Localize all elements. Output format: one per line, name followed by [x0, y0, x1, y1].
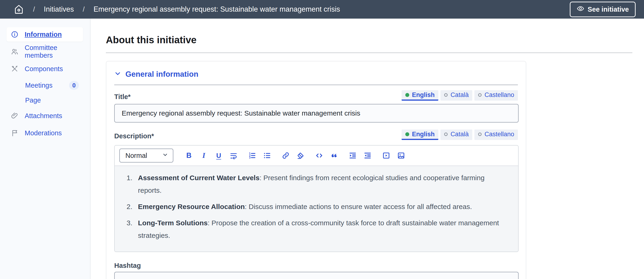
paragraph-style-select[interactable]: Normal: [119, 149, 173, 163]
toolbar-group-blocks: [314, 150, 340, 161]
lang-tab-catala[interactable]: Català: [440, 129, 472, 140]
list-item-text: : Discuss immediate actions to ensure wa…: [245, 203, 472, 210]
hashtag-label: Hashtag: [114, 262, 518, 270]
editor-content-area[interactable]: 1. Assessment of Current Water Levels: P…: [115, 166, 518, 252]
list-item-bold-text: Long-Term Solutions: [138, 219, 208, 227]
information-icon: [11, 30, 18, 38]
breadcrumb-initiatives-link[interactable]: Initiatives: [44, 5, 74, 13]
committee-members-icon: [11, 48, 18, 55]
breadcrumb-separator: /: [83, 5, 85, 13]
list-item-number: 2.: [115, 200, 132, 213]
description-label: Description*: [114, 132, 154, 140]
unordered-list-icon[interactable]: [262, 150, 272, 161]
sidebar-item-label: Components: [25, 65, 63, 73]
ordered-list-icon[interactable]: 1 2 3: [247, 150, 258, 161]
title-field-row: Title* English Català Castellano: [114, 90, 518, 101]
eye-icon: [576, 5, 584, 14]
see-initiative-label: See initiative: [588, 5, 629, 13]
lang-tab-label: English: [412, 91, 435, 99]
link-icon[interactable]: [280, 150, 291, 161]
list-item: 1. Assessment of Current Water Levels: P…: [115, 172, 509, 197]
list-item-number: 3.: [115, 217, 132, 242]
description-rich-text-editor: Normal B I U: [114, 145, 518, 252]
underline-icon[interactable]: U: [213, 150, 224, 161]
text-wrap-icon[interactable]: [228, 150, 239, 161]
blockquote-icon[interactable]: [329, 150, 340, 161]
sidebar-item-label: Moderations: [25, 129, 62, 137]
hashtag-input[interactable]: [114, 272, 518, 279]
heading-divider: [106, 52, 632, 53]
sidebar-item-page[interactable]: Page: [6, 94, 83, 107]
image-icon[interactable]: [396, 150, 406, 161]
sidebar-item-moderations[interactable]: Moderations: [6, 126, 83, 140]
sidebar-item-label: Page: [25, 96, 41, 104]
description-language-tabs: English Català Castellano: [402, 129, 518, 140]
sidebar-item-information[interactable]: Information: [6, 27, 83, 42]
list-item: 2. Emergency Resource Allocation: Discus…: [115, 200, 509, 213]
breadcrumb-separator: /: [33, 5, 35, 13]
page-title: About this initiative: [106, 35, 632, 45]
toolbar-group-text-style: B I U: [184, 150, 239, 161]
lang-tab-english[interactable]: English: [402, 90, 438, 101]
sidebar-item-components[interactable]: Components: [6, 62, 83, 76]
general-information-card: General information Title* English Catal…: [106, 61, 526, 279]
sidebar-item-label: Committee members: [25, 44, 79, 59]
indent-decrease-icon[interactable]: [362, 150, 373, 161]
list-item-number: 1.: [115, 172, 132, 197]
list-item: 3. Long-Term Solutions: Propose the crea…: [115, 217, 509, 242]
sidebar: Information Committee members Components: [0, 18, 90, 279]
lang-tab-english[interactable]: English: [402, 129, 438, 140]
paragraph-style-value: Normal: [126, 152, 147, 160]
lang-tab-label: Castellano: [484, 91, 514, 99]
main-content: About this initiative General informatio…: [90, 18, 644, 279]
attachment-icon: [11, 112, 18, 120]
indent-increase-icon[interactable]: [347, 150, 358, 161]
toolbar-group-indent: [347, 150, 373, 161]
sidebar-item-label: Attachments: [25, 112, 62, 120]
lang-tab-label: Castellano: [484, 131, 514, 138]
title-label: Title*: [114, 93, 130, 101]
lang-tab-label: English: [412, 131, 435, 138]
lang-tab-castellano[interactable]: Castellano: [474, 90, 518, 101]
editor-toolbar: Normal B I U: [115, 146, 518, 166]
chevron-down-icon: [114, 70, 121, 78]
toolbar-group-link: [280, 150, 306, 161]
filled-language-dot-icon: [405, 93, 409, 97]
empty-language-circle-icon: [478, 133, 482, 136]
sidebar-item-label: Information: [25, 31, 62, 38]
empty-language-circle-icon: [444, 93, 448, 97]
sidebar-item-attachments[interactable]: Attachments: [6, 109, 83, 123]
svg-text:3: 3: [249, 156, 250, 159]
toolbar-group-media: [381, 150, 406, 161]
bold-icon[interactable]: B: [184, 150, 194, 161]
lang-tab-castellano[interactable]: Castellano: [474, 129, 518, 140]
sidebar-item-committee-members[interactable]: Committee members: [6, 44, 83, 59]
home-gear-icon[interactable]: [14, 4, 24, 15]
list-item-bold-text: Emergency Resource Allocation: [138, 203, 245, 210]
lang-tab-label: Català: [450, 131, 468, 138]
see-initiative-button[interactable]: See initiative: [570, 2, 636, 17]
chevron-down-icon: [162, 152, 168, 160]
empty-language-circle-icon: [444, 133, 448, 136]
lang-tab-catala[interactable]: Català: [440, 90, 472, 101]
italic-icon[interactable]: I: [198, 150, 209, 161]
admin-topbar: / Initiatives / Emergency regional assem…: [0, 0, 644, 18]
breadcrumb-current-page[interactable]: Emergency regional assembly request: Sus…: [94, 5, 340, 13]
sidebar-item-label: Meetings: [25, 82, 52, 89]
filled-language-dot-icon: [405, 132, 409, 136]
section-divider: [114, 85, 518, 85]
lang-tab-label: Català: [450, 91, 468, 99]
empty-language-circle-icon: [478, 93, 482, 97]
list-item-bold-text: Assessment of Current Water Levels: [138, 174, 260, 182]
clear-format-eraser-icon[interactable]: [295, 150, 306, 161]
moderation-flag-icon: [11, 129, 18, 137]
description-field-row: Description* English Català Castellano: [114, 129, 518, 140]
title-input[interactable]: [114, 104, 518, 123]
meetings-count-badge: 0: [69, 81, 79, 90]
video-embed-icon[interactable]: [381, 150, 392, 161]
general-information-toggle[interactable]: General information: [114, 69, 518, 79]
sidebar-item-meetings[interactable]: Meetings 0: [6, 79, 83, 92]
code-icon[interactable]: [314, 150, 324, 161]
title-language-tabs: English Català Castellano: [402, 90, 518, 101]
toolbar-group-lists: 1 2 3: [247, 150, 272, 161]
